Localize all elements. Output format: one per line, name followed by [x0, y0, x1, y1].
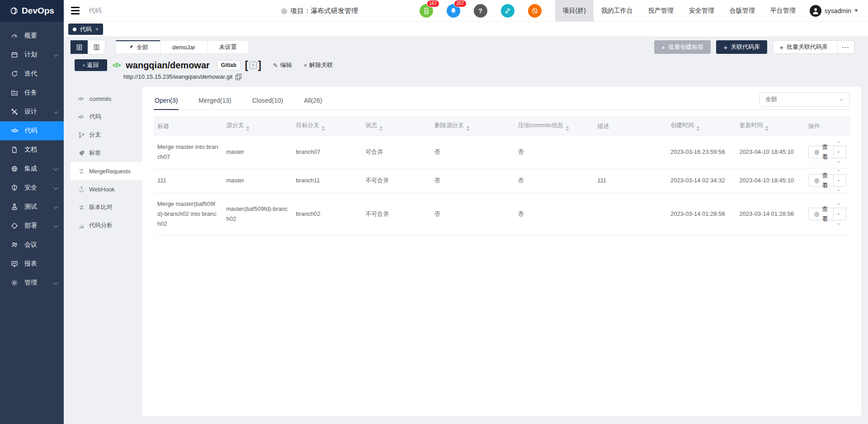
col-delete-source[interactable]: 删除源分支 [431, 116, 514, 136]
col-status[interactable]: 状态 [362, 116, 430, 136]
cell-desc: 111 [594, 168, 667, 193]
sidebar-item-report[interactable]: 报表 [0, 254, 64, 273]
sort-icon[interactable] [246, 126, 250, 131]
dashboard-icon [11, 32, 18, 39]
tab-all-repos[interactable]: 全部 [116, 40, 160, 54]
sidebar-item-code[interactable]: </> 代码 [0, 121, 64, 140]
tab-unset[interactable]: 未设置 [207, 40, 249, 54]
help-icon[interactable]: ? [474, 4, 487, 18]
nav-item-projects[interactable]: 项目(群) [555, 0, 594, 21]
back-button[interactable]: ‹ 返回 [75, 59, 107, 71]
bell-icon[interactable]: 207 [447, 4, 460, 18]
tab-open[interactable]: Open(3) [154, 92, 179, 110]
sidebar-item-deploy[interactable]: 部署 [0, 216, 64, 235]
chevron-down-icon [54, 281, 58, 285]
col-source-branch[interactable]: 源分支 [222, 116, 292, 136]
target-icon [11, 222, 18, 229]
sidebar-item-overview[interactable]: 概要 [0, 26, 64, 45]
sidebar: 概要 计划 迭代 任务 设计 </> 代码 文档 集成 安全 测试 部署 [0, 22, 64, 424]
chart-icon [78, 222, 85, 229]
col-created[interactable]: 创建时间 [667, 116, 736, 136]
menu-item-commits[interactable]: </> commits [70, 90, 142, 108]
tab-closed[interactable]: Closed(10) [251, 92, 284, 110]
ban-icon[interactable] [528, 4, 542, 18]
calendar-icon [11, 51, 18, 58]
view-button[interactable]: ◎ 查看 [809, 175, 833, 186]
workspace-tab-code[interactable]: 代码 × [68, 24, 103, 35]
sidebar-item-iteration[interactable]: 迭代 [0, 64, 64, 83]
menu-item-tags[interactable]: 标签 [70, 144, 142, 162]
branch-icon [78, 132, 85, 138]
nav-item-version-mgmt[interactable]: 合版管理 [722, 0, 763, 21]
document-icon[interactable]: 167 [420, 4, 433, 18]
menu-item-mergerequests[interactable]: MergeRequests [70, 162, 142, 180]
view-button[interactable]: ◎ 查看 [809, 208, 833, 220]
list-view-button[interactable] [71, 40, 88, 54]
sort-icon[interactable] [321, 126, 325, 131]
nav-item-security-mgmt[interactable]: 安全管理 [681, 0, 722, 21]
help-glyph: ? [478, 7, 482, 14]
sort-icon[interactable] [379, 126, 383, 131]
sidebar-item-document[interactable]: 文档 [0, 140, 64, 159]
eye-icon: ◎ [814, 176, 819, 186]
code-icon: </> [78, 96, 85, 101]
nav-item-workbench[interactable]: 我的工作台 [594, 0, 641, 21]
hamburger-menu-icon[interactable] [71, 7, 80, 14]
nav-item-production[interactable]: 投产管理 [641, 0, 681, 21]
user-menu[interactable]: sysadmin [803, 5, 868, 17]
col-target-branch[interactable]: 目标分支 [292, 116, 362, 136]
menu-item-code-analysis[interactable]: 代码分析 [70, 216, 142, 234]
cell-created: 2023-03-16 23:59:56 [667, 136, 736, 168]
sort-icon[interactable] [466, 126, 470, 131]
sidebar-item-integration[interactable]: 集成 [0, 159, 64, 178]
sidebar-item-test[interactable]: 测试 [0, 197, 64, 216]
sidebar-item-admin[interactable]: 管理 [0, 273, 64, 292]
batch-link-repo-button[interactable]: + 批量关联代码库 ··· [773, 40, 854, 54]
row-more-button[interactable]: ··· [833, 146, 846, 158]
link-repo-button[interactable]: + 关联代码库 [716, 40, 767, 54]
table-header-row: 标题 源分支 目标分支 状态 删除源分支 压缩commits信息 描述 创建时间… [154, 116, 850, 136]
link-icon[interactable] [501, 4, 514, 18]
copy-icon[interactable] [236, 74, 241, 80]
menu-item-branches[interactable]: 分支 [70, 126, 142, 144]
tab-demojar[interactable]: demoJar [160, 40, 208, 54]
more-options-icon[interactable]: ··· [837, 41, 854, 53]
batch-create-tag-button[interactable]: + 批量创建标签 [654, 40, 711, 54]
tab-merged[interactable]: Merged(13) [198, 92, 232, 110]
sidebar-item-design[interactable]: 设计 [0, 102, 64, 121]
plus-icon: + [779, 43, 783, 51]
row-more-button[interactable]: ··· [833, 208, 846, 220]
edit-link[interactable]: ✎ 编辑 [273, 61, 292, 69]
repo-group-tabs: 全部 demoJar 未设置 [116, 40, 249, 54]
row-more-button[interactable]: ··· [833, 175, 846, 186]
branch-filter-select[interactable]: 全部 [760, 92, 850, 107]
sidebar-item-plan[interactable]: 计划 [0, 45, 64, 64]
nav-item-platform-mgmt[interactable]: 平台管理 [763, 0, 803, 21]
logo-text: DevOps [22, 6, 54, 16]
col-squash[interactable]: 压缩commits信息 [514, 116, 594, 136]
close-icon[interactable]: × [95, 26, 99, 33]
topbar: DevOps 代码 ◎ 项目：瀑布式研发管理 167 207 ? [0, 0, 868, 22]
compare-icon [78, 204, 85, 211]
sort-icon[interactable] [566, 126, 569, 131]
menu-item-webhook[interactable]: WebHook [70, 180, 142, 198]
chevron-down-icon [54, 224, 58, 228]
username: sysadmin [825, 7, 851, 14]
sidebar-item-task[interactable]: 任务 [0, 83, 64, 102]
card-view-button[interactable] [88, 40, 105, 54]
table-row: Merge master into branch07 master branch… [154, 136, 850, 168]
sort-icon[interactable] [765, 126, 769, 131]
project-title-text: 项目：瀑布式研发管理 [290, 7, 358, 15]
menu-item-version-compare[interactable]: 版本比对 [70, 198, 142, 216]
sidebar-item-security[interactable]: 安全 [0, 178, 64, 197]
sort-icon[interactable] [696, 126, 700, 131]
close-icon: × [304, 62, 307, 69]
menu-item-code[interactable]: </> 代码 [70, 108, 142, 126]
tab-all[interactable]: All(26) [303, 92, 323, 110]
cell-created: 2023-03-14 01:28:56 [667, 193, 736, 235]
add-tag-button[interactable]: + [250, 62, 257, 69]
col-updated[interactable]: 更新时间 [736, 116, 804, 136]
view-button[interactable]: ◎ 查看 [809, 146, 833, 158]
unlink-link[interactable]: × 解除关联 [304, 61, 333, 69]
sidebar-item-meeting[interactable]: 会议 [0, 235, 64, 254]
